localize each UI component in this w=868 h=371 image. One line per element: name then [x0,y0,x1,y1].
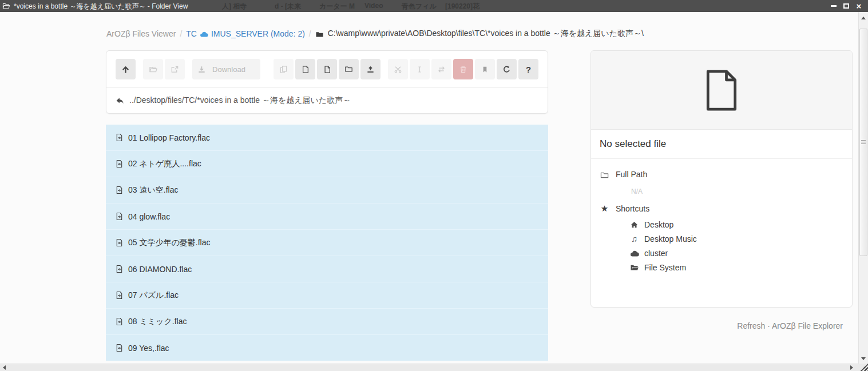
footer-brand: ArOZβ File Explorer [772,321,843,330]
shortcut-item-file-system[interactable]: File System [629,260,843,274]
triangle-down-icon [861,357,866,360]
audio-file-icon [116,133,123,142]
vertical-scrollbar-thumb[interactable] [859,29,867,256]
footer-separator: · [767,321,770,330]
blank-file-icon [704,69,739,111]
cloud-icon [200,31,208,37]
close-icon: × [857,2,862,10]
rename-button[interactable] [410,59,430,79]
background-window-title: 人] 相寺 [222,2,247,11]
audio-file-icon [116,317,123,326]
window-title: *voices in a bottle ～海を越え届いた歌声～ - Folder… [14,2,188,11]
file-item[interactable]: 01 Lollipop Factory.flac [106,125,548,151]
download-button[interactable]: Download [192,59,260,79]
shortcut-item-desktop[interactable]: Desktop [629,217,843,232]
shortcuts-label: Shortcuts [616,204,649,213]
file-name: 07 パズル.flac [128,290,179,301]
breadcrumb-separator: / [180,29,182,38]
maximize-icon [843,3,849,9]
shortcut-label: cluster [644,249,668,258]
open-external-button[interactable] [165,59,185,79]
open-button[interactable] [143,59,163,79]
audio-file-icon [116,265,123,273]
folder-view-window: *voices in a bottle ～海を越え届いた歌声～ - Folder… [0,0,868,371]
close-button[interactable]: × [854,2,863,10]
minimize-button[interactable] [829,2,838,10]
maximize-button[interactable] [842,2,851,10]
breadcrumb: ArOZβ Files Viewer / TC IMUS_SERVER (Mod… [106,29,644,39]
window-titlebar: *voices in a bottle ～海を越え届いた歌声～ - Folder… [0,0,868,12]
scroll-down-button[interactable] [859,354,868,364]
file-item[interactable]: 02 ネトゲ廃人....flac [106,151,548,177]
star-icon: ★ [600,204,609,214]
scroll-left-button[interactable] [1,364,8,371]
copy-button[interactable] [274,59,294,79]
file-name: 03 遠い空.flac [128,185,178,196]
file-name: 01 Lollipop Factory.flac [128,133,210,142]
breadcrumb-path-label: C:\wamp\www\private\AOB\Desktop\files\TC… [328,29,644,39]
move-button[interactable] [431,59,451,79]
file-preview-area [591,51,852,130]
parent-path-bar[interactable]: ../Desktop/files/TC/*voices in a bottle … [106,88,548,113]
music-icon: ♫ [629,234,639,244]
new-file-button[interactable] [317,59,337,79]
horizontal-scrollbar[interactable] [0,364,858,371]
parent-path-label: ../Desktop/files/TC/*voices in a bottle … [129,95,351,106]
file-details: Full Path N/A ★ Shortcuts Desktop ♫ Desk… [591,159,852,281]
shortcuts-row: ★ Shortcuts [600,200,843,217]
refresh-button[interactable] [497,59,517,79]
audio-file-icon [116,238,123,247]
upload-button[interactable] [360,59,381,79]
shortcut-item-desktop-music[interactable]: ♫ Desktop Music [629,232,843,246]
file-name: 02 ネトゲ廃人....flac [128,159,201,169]
background-window-title: [190220]花 [445,2,479,11]
paste-button[interactable] [295,59,315,79]
page-content: ArOZβ Files Viewer / TC IMUS_SERVER (Mod… [0,12,858,364]
breadcrumb-app-link[interactable]: ArOZβ Files Viewer [106,29,176,38]
file-item[interactable]: 07 パズル.flac [106,282,548,309]
bookmark-icon [481,65,489,74]
bookmark-button[interactable] [475,59,495,79]
audio-file-icon [116,212,123,221]
cut-button[interactable] [388,59,408,79]
file-item[interactable]: 03 遠い空.flac [106,177,548,204]
background-window-title: Video [364,2,383,10]
file-item[interactable]: 06 DIAMOND.flac [106,256,548,282]
file-item[interactable]: 09 Yes,.flac [106,335,548,361]
file-item[interactable]: 05 文学少年の憂鬱.flac [106,230,548,256]
audio-file-icon [116,291,123,300]
refresh-icon [502,65,511,74]
copy-icon [279,65,288,74]
breadcrumb-drive-link[interactable]: TC IMUS_SERVER (Mode: 2) [186,29,305,38]
scroll-up-button[interactable] [859,13,868,23]
file-name: 05 文学少年の憂鬱.flac [128,238,210,248]
text-cursor-icon [416,65,423,74]
reply-icon [116,97,125,105]
shortcut-label: File System [644,263,686,272]
footer: Refresh · ArOZβ File Explorer [737,321,843,330]
scroll-right-button[interactable] [848,364,855,371]
home-icon [629,221,639,229]
upload-icon [366,65,375,74]
folder-open-icon [149,65,158,74]
file-name: 08 ミミック.flac [128,317,187,327]
refresh-link[interactable]: Refresh [737,321,765,330]
download-label: Download [206,65,255,74]
arrow-up-icon [121,65,130,74]
new-folder-button[interactable] [339,59,359,79]
file-item[interactable]: 08 ミミック.flac [106,309,548,335]
shortcut-label: Desktop Music [644,234,697,244]
delete-button[interactable] [453,59,473,79]
no-selection-heading: No selected file [591,130,852,159]
help-button[interactable]: ? [518,59,538,79]
shortcut-item-cluster[interactable]: cluster [629,246,843,260]
breadcrumb-current-path: C:\wamp\www\private\AOB\Desktop\files\TC… [315,29,644,39]
file-item[interactable]: 04 glow.flac [106,204,548,230]
file-icon [323,65,331,74]
background-window-title: 青色フィル [402,2,437,11]
audio-file-icon [116,186,123,194]
up-button[interactable] [116,59,136,79]
vertical-scrollbar[interactable] [858,12,868,364]
cloud-icon [629,250,639,257]
window-resize-grip[interactable] [858,364,868,371]
